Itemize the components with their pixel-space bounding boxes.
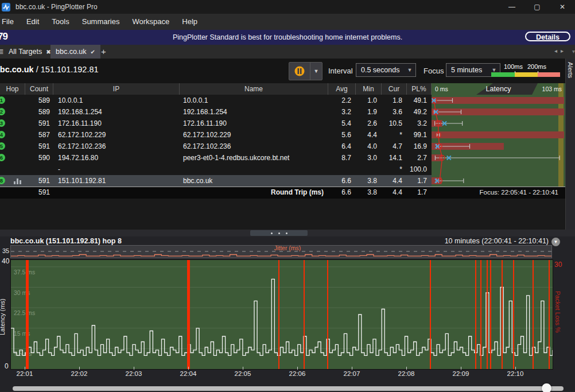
- minimize-button[interactable]: —: [499, 0, 525, 14]
- x-axis-label: 22:02: [67, 370, 92, 377]
- x-axis-label: 22:06: [285, 370, 310, 377]
- interval-label: Interval: [328, 67, 353, 75]
- table-row-hop-3[interactable]: 3591172.16.11.190172.16.11.1905.42.610.5…: [0, 118, 565, 129]
- legend-segment-red: [538, 72, 560, 77]
- alerts-side-tab[interactable]: Alerts: [565, 59, 575, 230]
- menu-edit[interactable]: Edit: [20, 14, 45, 30]
- timeline-graph-icon: [14, 178, 22, 184]
- pause-button-group: ▼: [289, 62, 323, 80]
- table-row-hop-timeout[interactable]: -*100.0: [0, 164, 565, 175]
- x-axis-label: 22:09: [448, 370, 473, 377]
- x-axis-label: 22:03: [121, 370, 146, 377]
- hop-number-badge: 8: [0, 177, 5, 184]
- round-trip-label: Round Trip (ms): [180, 187, 328, 199]
- menu-workspace[interactable]: Workspace: [126, 14, 176, 30]
- menu-help[interactable]: Help: [176, 14, 204, 30]
- pane-splitter[interactable]: [0, 230, 575, 236]
- x-axis-tick: [406, 367, 407, 370]
- tab-all-targets[interactable]: All Targets ✖: [3, 45, 56, 59]
- x-axis-label: 22:10: [503, 370, 528, 377]
- maximize-button[interactable]: ▢: [525, 0, 550, 14]
- timeline-scrollbar-thumb[interactable]: [542, 383, 551, 392]
- hop-number-badge: 2: [0, 108, 5, 115]
- upgrade-banner: 79 PingPlotter Standard is best for trou…: [0, 30, 575, 45]
- menu-file[interactable]: File: [0, 14, 20, 30]
- pause-dropdown-caret[interactable]: ▼: [310, 63, 322, 80]
- splitter-handle[interactable]: [250, 230, 308, 236]
- table-row-hop-1[interactable]: 158910.0.0.110.0.0.12.21.01.849.1: [0, 95, 565, 106]
- table-row-hop-8[interactable]: 8591151.101.192.81bbc.co.uk6.63.84.41.7: [0, 175, 565, 187]
- table-row-hop-2[interactable]: 2589192.168.1.254192.168.1.2543.21.93.64…: [0, 106, 565, 118]
- table-row-hop-4[interactable]: 458762.172.102.22962.172.102.2295.64.4*9…: [0, 129, 565, 141]
- round-trip-count: 591: [25, 187, 53, 199]
- title-bar: bbc.co.uk - PingPlotter Pro — ▢ ✕: [0, 0, 575, 14]
- timeline-pane: bbc.co.uk (151.101.192.81) hop 8 10 minu…: [0, 236, 575, 392]
- x-axis-tick: [352, 367, 352, 370]
- chevron-down-icon: ▼: [404, 67, 415, 73]
- hop-number-badge: 5: [0, 142, 5, 150]
- legend-200ms: 200ms: [527, 63, 546, 70]
- pause-icon: [294, 65, 305, 77]
- x-axis-tick: [297, 367, 298, 370]
- x-axis-tick: [243, 367, 243, 370]
- svg-text:37.5 ms: 37.5 ms: [14, 269, 35, 275]
- round-trip-row: 591 Round Trip (ms) 6.6 3.8 4.4 1.7 Focu…: [0, 187, 565, 199]
- timeline-title: bbc.co.uk (151.101.192.81) hop 8: [10, 237, 122, 245]
- pause-button[interactable]: [289, 63, 310, 80]
- column-header-hop[interactable]: Hop: [0, 83, 25, 95]
- legend-segment-green: [491, 72, 515, 77]
- svg-text:22.5 ms: 22.5 ms: [14, 309, 35, 316]
- column-header-avg[interactable]: Avg: [328, 83, 356, 95]
- target-title: bbc.co.uk / 151.101.192.81: [0, 65, 99, 74]
- column-header-min[interactable]: Min: [356, 83, 382, 95]
- table-header: HopCountIPNameAvgMinCurPL%0 msLatency103…: [0, 83, 565, 95]
- new-tab-button[interactable]: +: [101, 46, 106, 56]
- details-button[interactable]: Details: [525, 32, 570, 41]
- trace-table: HopCountIPNameAvgMinCurPL%0 msLatency103…: [0, 83, 565, 198]
- column-header-count[interactable]: Count: [25, 83, 53, 95]
- jitter-axis-value: 35: [2, 247, 9, 254]
- hop-number-badge: 4: [0, 131, 5, 138]
- menu-summaries[interactable]: Summaries: [76, 14, 126, 30]
- x-axis-label: 22:01: [12, 370, 37, 377]
- menu-tools[interactable]: Tools: [45, 14, 75, 30]
- interval-select[interactable]: 0.5 seconds ▼: [356, 63, 416, 77]
- tab-bar: ≣ All Targets ✖ bbc.co.uk ✔ + ◂▸ ▾: [0, 45, 575, 59]
- x-axis-tick: [515, 367, 516, 370]
- menu-bar: FileEditToolsSummariesWorkspaceHelp: [0, 14, 575, 30]
- x-axis-tick: [188, 367, 189, 370]
- focus-label: Focus: [424, 67, 444, 75]
- column-header-cur[interactable]: Cur: [382, 83, 407, 95]
- column-header-pl[interactable]: PL%: [407, 83, 432, 95]
- tab-overflow-caret-icon[interactable]: ▾: [572, 48, 575, 55]
- pingplotter-window: bbc.co.uk - PingPlotter Pro — ▢ ✕ FileEd…: [0, 0, 575, 392]
- y-axis-title: Latency (ms): [0, 280, 6, 354]
- packet-loss-max: 30: [554, 261, 562, 269]
- column-header-latency[interactable]: 0 msLatency103 ms: [432, 83, 565, 95]
- x-axis-label: 22:08: [394, 370, 419, 377]
- timeline-range-label: 10 minutes (22:00:41 - 22:10:41): [445, 237, 549, 245]
- hop-number-badge: 6: [0, 154, 5, 161]
- upper-pane-empty: [0, 199, 565, 230]
- hop-number-badge: 1: [0, 96, 5, 104]
- latency-timeline-graph[interactable]: 37.5 ms30 ms22.5 ms15 ms7.5 ms: [10, 259, 553, 370]
- table-row-hop-6[interactable]: 6590194.72.16.80peer3-et0-1-4.redbus.ukc…: [0, 152, 565, 164]
- target-toolbar: bbc.co.uk / 151.101.192.81 ▼ Interval 0.…: [0, 59, 565, 83]
- column-header-ip[interactable]: IP: [53, 83, 180, 95]
- x-axis-label: 22:07: [339, 370, 364, 377]
- x-axis-label: 22:05: [230, 370, 255, 377]
- close-button[interactable]: ✕: [550, 0, 575, 14]
- legend-segment-yellow: [515, 72, 538, 77]
- x-axis-label: 22:04: [176, 370, 201, 377]
- column-header-name[interactable]: Name: [180, 83, 328, 95]
- tab-bbc-co-uk[interactable]: bbc.co.uk ✔: [50, 45, 100, 59]
- y-axis-min: 0: [5, 362, 9, 370]
- tab-scroll-arrows[interactable]: ◂▸: [554, 48, 567, 54]
- x-axis-tick: [79, 367, 80, 370]
- app-icon: [2, 3, 10, 11]
- timeline-scrollbar[interactable]: [13, 386, 564, 391]
- focus-range-label: Focus: 22:05:41 - 22:10:41: [432, 187, 565, 199]
- packet-loss-axis-title: Packet Loss %: [554, 291, 561, 371]
- jitter-label: Jitter (ms): [0, 244, 575, 251]
- table-row-hop-5[interactable]: 559162.172.102.23662.172.102.2366.44.04.…: [0, 141, 565, 152]
